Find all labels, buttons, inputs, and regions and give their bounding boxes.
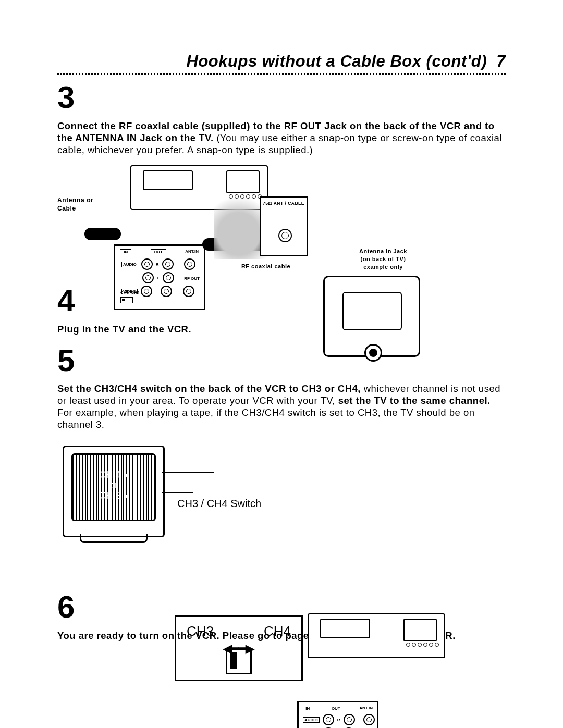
label-antenna-or-cable: Antenna or Cable bbox=[57, 196, 95, 213]
vcr-rear-illustration-2 bbox=[308, 613, 445, 658]
jack-icon bbox=[142, 272, 154, 283]
label-out: OUT bbox=[154, 250, 163, 254]
coax-cable-left bbox=[84, 228, 121, 240]
vcr-jack-panel: IN OUT ANT.IN AUDIO R L bbox=[114, 244, 205, 310]
label-l: L bbox=[157, 276, 160, 280]
step-5-number: 5 bbox=[57, 345, 506, 376]
label-r-2: R bbox=[337, 718, 340, 722]
caption-on-back: (on back of TV) bbox=[361, 256, 406, 262]
ch3-ch4-switch-diagram: CH3 CH4 ◀━━▶ bbox=[175, 615, 303, 681]
tv-screen-or: or bbox=[109, 480, 118, 490]
step-5-text: Set the CH3/CH4 switch on the back of th… bbox=[57, 382, 506, 431]
label-in-2: IN bbox=[305, 706, 310, 711]
label-ch3: CH3 bbox=[120, 290, 129, 295]
coax-port-icon bbox=[278, 229, 292, 242]
jack-icon bbox=[344, 714, 355, 725]
jack-icon bbox=[323, 714, 334, 725]
figure-rf-hookup: Antenna or Cable IN OUT ANT.IN AUDIO R bbox=[57, 165, 506, 280]
step-5-bold-a: Set the CH3/CH4 switch on the back of th… bbox=[57, 383, 361, 394]
step-3-text: Connect the RF coaxial cable (supplied) … bbox=[57, 120, 506, 156]
dotted-rule bbox=[57, 73, 506, 75]
step-5-rest: For example, when playing a tape, if the… bbox=[57, 407, 474, 430]
label-out-2: OUT bbox=[332, 706, 340, 711]
page-header: Hookups without a Cable Box (cont'd) 7 bbox=[57, 52, 506, 71]
label-r: R bbox=[156, 262, 159, 267]
step-3-number: 3 bbox=[57, 82, 506, 113]
tv-front-illustration: CH 4 ◂ or CH 3 ◂ bbox=[63, 446, 165, 537]
jack-icon bbox=[163, 272, 174, 283]
label-rf-out: RF OUT bbox=[184, 276, 200, 281]
jack-icon bbox=[141, 258, 153, 270]
jack-icon bbox=[162, 258, 174, 270]
switch-icon bbox=[120, 297, 133, 303]
label-ch3ch4-switch: CH3 / CH4 Switch bbox=[177, 498, 261, 510]
step-4-bold: Plug in the TV and the VCR. bbox=[57, 324, 191, 335]
switch-knob-icon bbox=[226, 648, 252, 674]
jack-icon bbox=[184, 258, 195, 270]
coax-wallplate: 75Ω ANT / CABLE bbox=[260, 196, 308, 256]
caption-ant-in-jack: Antenna In Jack bbox=[359, 248, 407, 254]
label-audio-2: AUDIO bbox=[303, 717, 320, 723]
caption-rf-cable: RF coaxial cable bbox=[229, 263, 302, 269]
page-number: 7 bbox=[496, 52, 506, 70]
label-75ohm: 75Ω ANT / CABLE bbox=[261, 201, 307, 206]
tv-rear-illustration bbox=[323, 276, 420, 357]
label-in: IN bbox=[124, 250, 128, 254]
tv-screen-ch4: CH 4 bbox=[99, 470, 120, 480]
jack-icon bbox=[363, 714, 375, 725]
vcr-jack-panel-2: IN OUT ANT.IN AUDIO R L bbox=[297, 701, 378, 728]
label-ant-in-2: ANT.IN bbox=[359, 706, 373, 711]
label-audio: AUDIO bbox=[121, 262, 138, 267]
figure-ch3-ch4: CH 4 ◂ or CH 3 ◂ CH3 / CH4 Switch CH3 CH… bbox=[57, 440, 506, 586]
step-4-text: Plug in the TV and the VCR. bbox=[57, 323, 506, 335]
jack-icon bbox=[183, 286, 194, 297]
step-5-bold-b: set the TV to the same channel. bbox=[338, 395, 491, 406]
bigswitch-ch3: CH3 bbox=[187, 623, 214, 639]
leader-line bbox=[162, 472, 214, 473]
leader-line bbox=[162, 492, 193, 493]
jack-icon bbox=[141, 286, 152, 297]
tv-screen-ch3: CH 3 bbox=[99, 490, 120, 501]
label-ant-in: ANT.IN bbox=[185, 249, 199, 254]
caption-example-only: example only bbox=[363, 264, 403, 270]
label-ch4: CH4 bbox=[131, 290, 139, 295]
page-title: Hookups without a Cable Box (cont'd) bbox=[187, 52, 487, 70]
jack-icon bbox=[161, 286, 172, 297]
bigswitch-ch4: CH4 bbox=[264, 623, 291, 639]
manual-page: Hookups without a Cable Box (cont'd) 7 3… bbox=[0, 0, 563, 728]
